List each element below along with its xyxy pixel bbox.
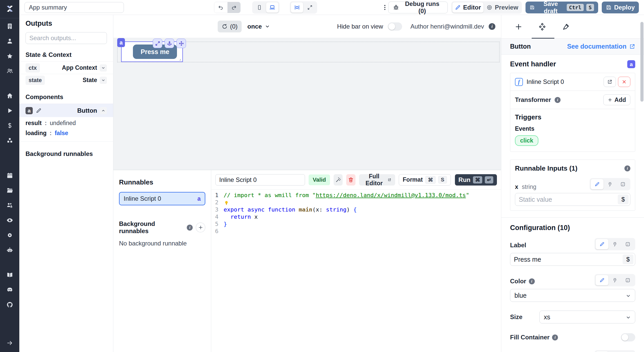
kbd-cmd: ⌘ xyxy=(473,176,482,183)
eval-mode-fn-icon[interactable] xyxy=(621,239,634,249)
refresh-count-button[interactable]: (0) xyxy=(218,21,242,32)
ai-robot-icon[interactable] xyxy=(6,247,13,253)
eval-mode-fn-icon[interactable] xyxy=(621,275,634,285)
refresh-icon xyxy=(222,24,227,29)
workspace-icon[interactable] xyxy=(6,23,13,30)
tab-preview[interactable]: Preview xyxy=(484,2,521,13)
full-editor-button[interactable]: Full Editor xyxy=(359,174,395,186)
info-icon[interactable]: i xyxy=(552,335,558,340)
folders-icon[interactable] xyxy=(6,187,13,194)
code-editor[interactable]: 1// import * as wmill from "https://deno… xyxy=(211,190,501,352)
lightbulb-icon xyxy=(224,200,229,206)
static-value-input[interactable] xyxy=(519,196,618,203)
insert-component-tab-plus-icon[interactable] xyxy=(515,23,522,31)
mobile-view-button[interactable] xyxy=(253,2,266,13)
tab-editor[interactable]: Editor xyxy=(452,2,484,13)
ai-assist-wand-button[interactable] xyxy=(334,174,343,186)
info-icon[interactable]: i xyxy=(529,278,535,284)
add-background-runnable-button[interactable] xyxy=(196,223,205,232)
device-toggle xyxy=(252,1,279,14)
resources-boxes-icon[interactable] xyxy=(6,137,13,144)
selected-component-badge[interactable]: a xyxy=(117,38,125,47)
info-icon[interactable]: i xyxy=(187,225,193,231)
chevron-down-icon[interactable] xyxy=(100,64,107,72)
anchor-component-button[interactable] xyxy=(165,39,174,48)
format-button[interactable]: Format ⌘ S xyxy=(399,174,451,186)
see-documentation-link[interactable]: See documentation xyxy=(567,43,635,50)
kbd-ctrl: Ctrl xyxy=(567,4,584,11)
debug-runs-button[interactable]: Debug runs (0) xyxy=(388,2,447,13)
info-icon[interactable]: i xyxy=(555,97,561,103)
template-dollar-button[interactable]: $ xyxy=(623,254,633,264)
favorites-star-icon[interactable] xyxy=(6,53,13,59)
windmill-logo-icon[interactable] xyxy=(4,3,15,14)
info-icon[interactable]: i xyxy=(624,165,630,171)
chevron-up-icon[interactable] xyxy=(100,107,107,114)
fill-container-toggle[interactable] xyxy=(621,333,635,341)
eval-mode-fn-icon[interactable] xyxy=(616,179,629,189)
move-component-button[interactable] xyxy=(176,39,186,48)
expand-component-button[interactable] xyxy=(153,39,162,48)
panel-scrollbar[interactable] xyxy=(640,22,643,102)
runnable-item-inline-script-0[interactable]: Inline Script 0 a xyxy=(119,192,205,205)
desktop-view-button[interactable] xyxy=(266,2,278,13)
connect-mode-plug-icon[interactable] xyxy=(608,239,621,249)
groups-settings-icon[interactable] xyxy=(6,202,13,209)
hide-bar-toggle[interactable] xyxy=(388,22,402,31)
template-dollar-button[interactable]: $ xyxy=(618,195,629,204)
size-select[interactable]: xs xyxy=(539,311,635,323)
run-button[interactable]: Run ⌘ ↵ xyxy=(455,174,497,186)
runnable-inputs-title: Runnable Inputs (1) xyxy=(515,164,578,172)
centered-layout-button[interactable] xyxy=(291,2,303,13)
save-draft-button[interactable]: Save draft Ctrl S xyxy=(526,2,598,13)
frequency-dropdown[interactable]: once xyxy=(247,23,270,30)
variables-dollar-icon[interactable] xyxy=(6,122,13,129)
discord-icon[interactable] xyxy=(6,286,13,293)
chevron-down-icon[interactable] xyxy=(100,77,107,84)
static-mode-pencil-icon[interactable] xyxy=(591,179,604,189)
rail-divider xyxy=(0,18,19,18)
label-value-input[interactable] xyxy=(514,256,623,263)
more-options-kebab-icon[interactable] xyxy=(382,4,388,11)
app-canvas[interactable]: a Press me xyxy=(113,38,501,170)
search-outputs-input[interactable] xyxy=(26,32,107,44)
audit-eye-icon[interactable] xyxy=(6,217,13,224)
author-info-icon[interactable]: i xyxy=(489,23,495,30)
result-prop-row: result : undefined xyxy=(19,117,113,127)
connect-mode-plug-icon[interactable] xyxy=(604,179,616,189)
app-summary-input[interactable] xyxy=(24,2,124,13)
undo-button[interactable] xyxy=(214,2,227,13)
user-icon[interactable] xyxy=(6,38,13,45)
open-script-button[interactable] xyxy=(604,77,616,87)
component-output-row[interactable]: a Button xyxy=(19,104,113,117)
editor-header: Valid Full Editor Format ⌘ S xyxy=(211,170,501,190)
runs-play-icon[interactable] xyxy=(6,107,13,114)
resize-handle[interactable] xyxy=(177,56,181,61)
static-mode-pencil-icon[interactable] xyxy=(596,275,608,285)
full-width-layout-button[interactable] xyxy=(304,2,316,13)
script-name-input[interactable] xyxy=(215,174,305,186)
ctx-value: App Context xyxy=(62,64,97,71)
delete-script-button[interactable] xyxy=(346,174,355,186)
docs-book-icon[interactable] xyxy=(6,271,13,278)
ctx-row[interactable]: ctx App Context xyxy=(19,61,113,74)
collapse-sidebar-arrow-icon[interactable] xyxy=(6,340,13,346)
background-runnables-title: Background runnables xyxy=(26,150,107,157)
home-icon[interactable] xyxy=(6,92,13,99)
detach-script-button[interactable] xyxy=(618,77,630,87)
connect-mode-plug-icon[interactable] xyxy=(608,275,621,285)
static-mode-pencil-icon[interactable] xyxy=(596,239,608,249)
disabled-field: Disabled xyxy=(510,350,635,352)
redo-button[interactable] xyxy=(227,2,241,13)
github-icon[interactable] xyxy=(6,301,13,308)
styling-tab-brush-icon[interactable] xyxy=(562,23,570,31)
color-select[interactable]: blue xyxy=(510,289,635,302)
schedules-calendar-icon[interactable] xyxy=(6,172,13,179)
settings-gear-icon[interactable] xyxy=(6,232,13,239)
component-settings-tab-icon[interactable] xyxy=(538,23,546,31)
rename-pencil-icon[interactable] xyxy=(36,108,41,113)
deploy-button[interactable]: Deploy xyxy=(602,2,639,13)
add-transformer-button[interactable]: Add xyxy=(603,94,630,105)
user-group-icon[interactable] xyxy=(6,68,13,74)
state-row[interactable]: state State xyxy=(19,74,113,86)
